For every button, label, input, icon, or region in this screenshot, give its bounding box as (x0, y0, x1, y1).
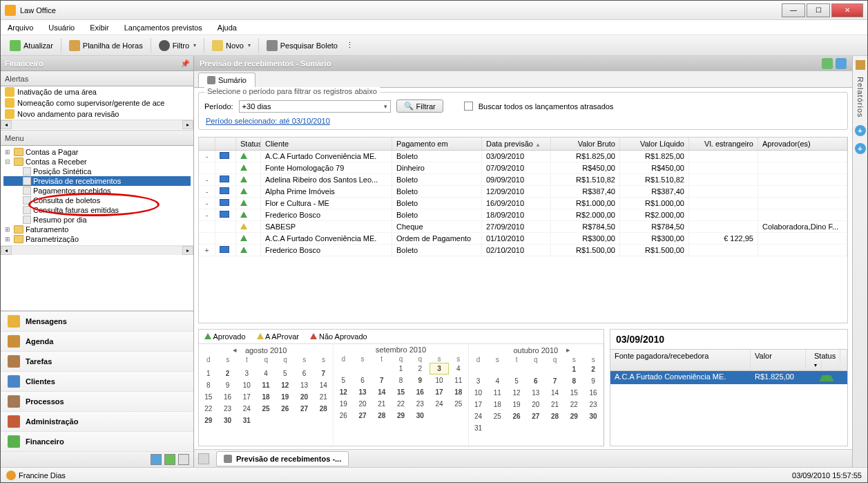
cal-day[interactable]: 24 (430, 398, 449, 410)
cal-day[interactable]: 10 (469, 387, 488, 399)
table-row[interactable]: +Frederico BoscoBoleto02/10/2010R$1.500,… (199, 245, 847, 256)
scroll-right[interactable]: ▸ (182, 120, 193, 129)
cal-day[interactable]: 4 (488, 375, 507, 387)
cal-day[interactable]: 9 (218, 379, 238, 391)
cal-day[interactable]: 30 (584, 410, 603, 422)
cal-day[interactable]: 15 (564, 387, 584, 399)
col-valor-bruto[interactable]: Valor Bruto (551, 138, 620, 150)
cal-day[interactable]: 2 (410, 363, 430, 375)
cal-day[interactable]: 26 (276, 403, 295, 415)
table-row[interactable]: -Alpha Prime ImóveisBoleto12/09/2010R$38… (199, 186, 847, 198)
action-icon[interactable] (822, 58, 833, 69)
cal-day[interactable]: 5 (276, 368, 295, 379)
cal-day[interactable]: 10 (430, 375, 449, 386)
cal-day[interactable]: 5 (507, 375, 526, 387)
cal-day[interactable] (526, 363, 546, 375)
cal-day[interactable]: 6 (353, 375, 372, 386)
refresh-button[interactable]: Atualizar (5, 37, 58, 54)
tree-faturamento[interactable]: ⊞Faturamento (3, 225, 191, 234)
cal-day[interactable]: 29 (564, 410, 584, 422)
table-row[interactable]: -Adelina Ribeiro dos Santos Leo...Boleto… (199, 174, 847, 186)
cal-day[interactable]: 15 (199, 391, 218, 403)
nav-tarefas[interactable]: Tarefas (1, 352, 193, 372)
cal-day[interactable]: 9 (410, 375, 430, 386)
alert-item[interactable]: Inativação de uma área (1, 86, 193, 97)
table-row[interactable]: SABESPCheque27/09/2010R$784,50R$784,50Co… (199, 221, 847, 233)
cal-day[interactable] (256, 415, 276, 426)
cal-day[interactable]: 27 (526, 410, 546, 422)
cal-day[interactable]: 25 (488, 410, 507, 422)
cal-day[interactable]: 25 (449, 398, 468, 410)
cal-day[interactable]: 16 (218, 391, 238, 403)
table-row[interactable]: -A.C.A Furtado Conveniência ME.Boleto03/… (199, 151, 847, 162)
cal-day[interactable]: 17 (469, 399, 488, 410)
close-button[interactable]: ✕ (831, 3, 863, 17)
cal-day[interactable]: 7 (546, 375, 565, 387)
cal-day[interactable]: 8 (199, 379, 218, 391)
cal-day[interactable]: 12 (334, 386, 353, 398)
table-row[interactable]: A.C.A Furtado Conveniência ME.Ordem de P… (199, 233, 847, 245)
table-row[interactable]: -Frederico BoscoBoleto18/09/2010R$2.000,… (199, 209, 847, 221)
menu-arquivo[interactable]: Arquivo (5, 22, 36, 33)
cal-day[interactable]: 18 (488, 399, 507, 410)
buscar-atrasados-checkbox[interactable] (464, 102, 473, 111)
cal-day[interactable]: 24 (238, 403, 257, 415)
scroll-left[interactable]: ◂ (1, 120, 12, 129)
cal-day[interactable]: 1 (392, 363, 411, 375)
new-button[interactable]: Novo (207, 37, 255, 54)
cal-day[interactable]: 8 (564, 375, 584, 387)
cal-day[interactable]: 20 (526, 399, 546, 410)
cal-day[interactable] (372, 363, 392, 375)
cal-day[interactable]: 22 (392, 398, 411, 410)
cal-day[interactable] (546, 422, 565, 434)
tree-contas-receber[interactable]: ⊟Contas a Receber (3, 157, 191, 167)
right-sidebar[interactable]: Relatórios + + (852, 56, 867, 467)
table-row[interactable]: -Flor e Cultura - MEBoleto16/09/2010R$1.… (199, 198, 847, 209)
cal-day[interactable]: 16 (410, 386, 430, 398)
nav-clientes[interactable]: Clientes (1, 372, 193, 392)
cal-day[interactable] (546, 363, 565, 375)
cal-prev[interactable]: ◂ (230, 345, 240, 354)
col-valor[interactable]: Valor (751, 350, 806, 370)
cal-day[interactable]: 21 (546, 399, 565, 410)
maximize-button[interactable]: ☐ (807, 3, 830, 17)
cal-day[interactable]: 22 (199, 403, 218, 415)
cal-day[interactable]: 20 (353, 398, 372, 410)
cal-day[interactable]: 12 (276, 379, 295, 391)
nav-financeiro[interactable]: Financeiro (1, 432, 193, 452)
cal-day[interactable]: 29 (199, 415, 218, 426)
cal-day[interactable] (449, 410, 468, 422)
cal-day[interactable] (507, 363, 526, 375)
tab-icon[interactable] (198, 453, 209, 464)
excel-icon[interactable] (164, 454, 175, 465)
tree-pagamentos-recebidos[interactable]: Pagamentos recebidos (3, 186, 191, 196)
alert-item[interactable]: Nomeação como supervisor/gerente de ace (1, 97, 193, 108)
menu-ajuda[interactable]: Ajuda (215, 22, 240, 33)
minimize-button[interactable]: — (782, 3, 805, 17)
bottom-tab[interactable]: Previsão de recebimentos -... (216, 451, 349, 466)
cal-day[interactable]: 9 (584, 375, 603, 387)
cal-day[interactable]: 28 (314, 403, 334, 415)
cal-day[interactable]: 2 (584, 363, 603, 375)
nav-mensagens[interactable]: Mensagens (1, 312, 193, 332)
tree-posicao-sintetica[interactable]: Posição Sintética (3, 167, 191, 176)
col-valor-liquido[interactable]: Valor Líquido (620, 138, 689, 150)
cal-day[interactable]: 24 (469, 410, 488, 422)
cal-next[interactable]: ▸ (563, 345, 573, 354)
cal-day[interactable] (488, 363, 507, 375)
col-pagamento[interactable]: Pagamento em (392, 138, 482, 150)
tree-consulta-faturas[interactable]: Consulta faturas emitidas (3, 205, 191, 215)
detail-row[interactable]: A.C.A Furtado Conveniência ME. R$1.825,0… (610, 371, 847, 384)
cal-day[interactable]: 12 (507, 387, 526, 399)
cal-day[interactable]: 18 (449, 386, 468, 398)
tree-consulta-boletos[interactable]: Consulta de boletos (3, 196, 191, 205)
cal-day[interactable]: 30 (410, 410, 430, 422)
cal-day[interactable]: 5 (334, 375, 353, 386)
cal-day[interactable]: 8 (392, 375, 411, 386)
scroll-right[interactable]: ▸ (182, 246, 193, 255)
cal-day[interactable]: 2 (218, 368, 238, 379)
col-vl-estrangeiro[interactable]: Vl. estrangeiro (689, 138, 758, 150)
cal-day[interactable]: 21 (372, 398, 392, 410)
tree-previsao-recebimentos[interactable]: Previsão de recebimentos (3, 176, 191, 186)
cal-day[interactable]: 4 (256, 368, 276, 379)
